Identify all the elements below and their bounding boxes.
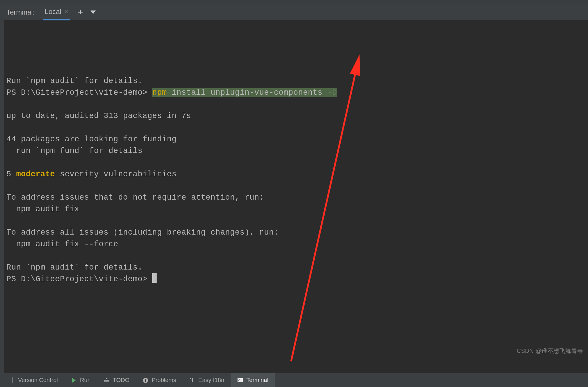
term-line: 5 [6,170,16,179]
toolwin-run[interactable]: Run [64,373,97,387]
new-terminal-button[interactable]: + [78,7,83,17]
toolwin-label: Version Control [18,377,58,384]
terminal-gutter [0,20,4,373]
translate-icon: T [189,377,195,384]
branch-icon [9,377,15,384]
term-line: To address all issues (including breakin… [6,228,279,237]
toolwin-label: TODO [113,377,129,384]
terminal-output[interactable]: Run `npm audit` for details. PS D:\Gitee… [0,20,588,373]
term-line: npm audit fix [6,205,79,214]
play-icon [72,378,76,383]
term-cmd-rest: install unplugin-vue-components [167,88,327,97]
toolwin-easy-i18n[interactable]: T Easy I18n [183,373,231,387]
toolwin-problems[interactable]: ! Problems [136,373,183,387]
term-line: run `npm fund` for details [6,147,143,155]
term-line: npm audit fix --force [6,240,118,249]
watermark-text: CSDN @谁不想飞舞青春 [517,345,583,357]
terminal-tab-bar: Terminal: Local × + [0,4,588,20]
terminal-tab-local[interactable]: Local × [43,4,70,20]
terminal-panel-title: Terminal: [6,8,35,16]
term-line: To address issues that do not require at… [6,193,264,202]
toolwin-label: Easy I18n [198,377,224,384]
toolwin-terminal[interactable]: Terminal [231,373,275,387]
chevron-down-icon[interactable] [91,10,96,14]
term-prompt: PS D:\GiteeProject\vite-demo> [6,88,152,97]
tool-window-bar: Version Control Run TODO ! Problems T Ea… [0,373,588,387]
term-cmd-flag: -D [327,88,337,97]
terminal-icon [238,378,243,382]
toolwin-label: Problems [152,377,176,384]
close-icon[interactable]: × [64,8,68,15]
toolwin-label: Terminal [246,377,268,384]
term-cmd-npm: npm [152,88,167,97]
term-line: 44 packages are looking for funding [6,135,177,144]
toolwin-todo[interactable]: TODO [97,373,136,387]
terminal-cursor [152,273,157,283]
term-prompt: PS D:\GiteeProject\vite-demo> [6,275,152,284]
term-line: up to date, audited 313 packages in 7s [6,112,191,120]
term-line: Run `npm audit` for details. [6,263,143,272]
toolwin-label: Run [80,377,91,384]
term-line: Run `npm audit` for details. [6,77,143,85]
top-toolbar-cut [0,0,588,4]
terminal-tab-label: Local [45,8,61,16]
todo-icon [103,377,110,384]
term-line: severity vulnerabilities [55,170,177,179]
problems-icon: ! [143,378,148,383]
term-severity: moderate [16,170,55,179]
toolwin-version-control[interactable]: Version Control [2,373,64,387]
